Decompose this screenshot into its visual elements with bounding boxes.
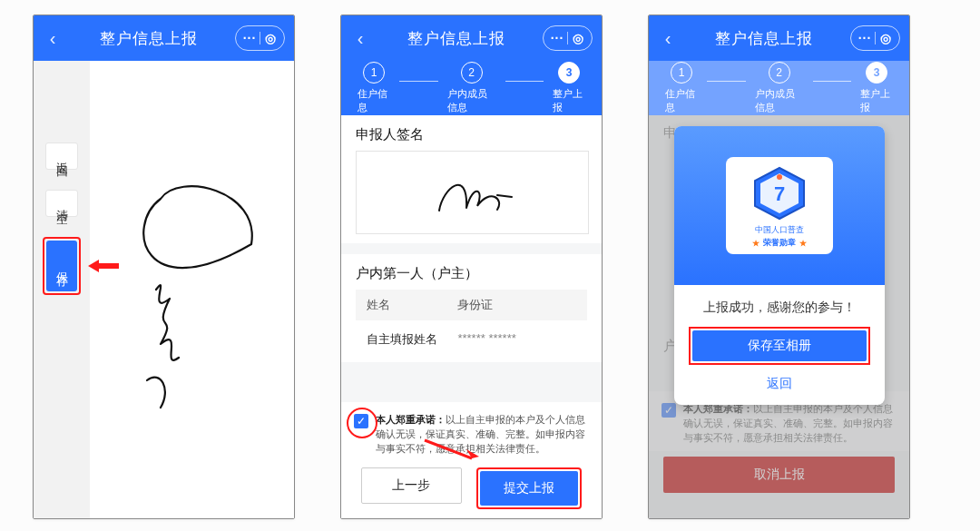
close-target-icon[interactable]: ◎ (568, 28, 588, 48)
more-icon[interactable]: ··· (855, 28, 875, 48)
owner-heading: 户内第一人（户主） (356, 265, 587, 282)
miniprogram-capsule[interactable]: ··· ◎ (850, 25, 900, 51)
miniprogram-capsule[interactable]: ··· ◎ (543, 25, 593, 51)
medal-card: 7 中国人口普查 ★荣誉勋章★ (726, 157, 833, 254)
owner-table-row: 自主填报姓名 ****** ****** (356, 320, 587, 359)
svg-marker-0 (88, 260, 119, 272)
success-message: 上报成功，感谢您的参与！ (674, 285, 885, 327)
owner-id-value: ****** ****** (457, 331, 576, 348)
promise-text: 本人郑重承诺：以上自主申报的本户及个人信息确认无误，保证真实、准确、完整。如申报… (376, 413, 589, 457)
screenshot-3-success-modal: ‹ 整户信息上报 ··· ◎ 1住户信息 2户内成员信息 3整户上报 申 户 ✓… (648, 15, 910, 519)
promise-row: ✓ 本人郑重承诺：以上自主申报的本户及个人信息确认无误，保证真实、准确、完整。如… (341, 402, 602, 462)
navbar: ‹ 整户信息上报 ··· ◎ (34, 15, 294, 61)
return-button[interactable]: 返回 (45, 143, 78, 170)
navbar: ‹ 整户信息上报 ··· ◎ (649, 15, 909, 61)
miniprogram-capsule[interactable]: ··· ◎ (235, 25, 285, 51)
medal-banner: 7 中国人口普查 ★荣誉勋章★ (674, 126, 885, 285)
step-1: 1 住户信息 (348, 62, 399, 114)
column-id: 身份证 (457, 297, 576, 313)
save-to-album-button[interactable]: 保存至相册 (692, 330, 867, 361)
step-indicator: 1住户信息 2户内成员信息 3整户上报 (649, 61, 909, 115)
screenshot-2-review: ‹ 整户信息上报 ··· ◎ 1 住户信息 2 户内成员信息 3 整户上报 申报… (340, 15, 603, 519)
signature-stroke (106, 135, 279, 444)
signature-heading: 申报人签名 (356, 126, 587, 143)
step-2: 2户内成员信息 (746, 62, 813, 114)
signature-section: 申报人签名 (341, 115, 602, 243)
tutorial-highlight: 保存 (43, 237, 81, 295)
page-title: 整户信息上报 (370, 28, 543, 49)
page-title: 整户信息上报 (63, 28, 235, 49)
tutorial-highlight: 保存至相册 (689, 327, 870, 365)
medal-ribbon-label: ★荣誉勋章★ (752, 237, 807, 249)
step-3-active: 3 整户上报 (544, 62, 594, 114)
medal-subtitle: 中国人口普查 (755, 224, 804, 236)
signature-stroke (423, 161, 523, 224)
tutorial-highlight: 提交上报 (476, 467, 583, 509)
svg-text:7: 7 (773, 182, 784, 205)
more-icon[interactable]: ··· (240, 28, 260, 48)
back-icon[interactable]: ‹ (658, 28, 678, 49)
back-icon[interactable]: ‹ (43, 28, 63, 49)
signature-toolbar: 返回 清空 保存 (34, 61, 90, 518)
action-bar: 上一步 提交上报 (341, 462, 602, 518)
step-indicator: 1 住户信息 2 户内成员信息 3 整户上报 (341, 61, 602, 115)
more-icon[interactable]: ··· (547, 28, 567, 48)
svg-point-6 (777, 174, 782, 180)
signature-preview[interactable] (356, 151, 589, 234)
screenshot-1-signature-canvas: ‹ 整户信息上报 ··· ◎ 返回 清空 保存 (33, 15, 295, 519)
step-2: 2 户内成员信息 (438, 62, 505, 114)
owner-name-value: 自主填报姓名 (367, 331, 457, 348)
medal-icon: 7 (748, 164, 811, 222)
signature-canvas[interactable] (90, 61, 294, 518)
navbar: ‹ 整户信息上报 ··· ◎ (341, 15, 602, 61)
back-icon[interactable]: ‹ (350, 28, 370, 49)
page-title: 整户信息上报 (678, 28, 850, 49)
owner-table-header: 姓名 身份证 (356, 290, 587, 320)
clear-button[interactable]: 清空 (45, 190, 78, 217)
close-target-icon[interactable]: ◎ (876, 28, 896, 48)
owner-section: 户内第一人（户主） 姓名 身份证 自主填报姓名 ****** ****** (341, 254, 602, 362)
close-target-icon[interactable]: ◎ (260, 28, 280, 48)
column-name: 姓名 (367, 297, 457, 313)
step-1: 1住户信息 (656, 62, 707, 114)
promise-checkbox[interactable]: ✓ (354, 414, 368, 428)
prev-step-button[interactable]: 上一步 (361, 467, 462, 504)
return-link[interactable]: 返回 (674, 369, 885, 405)
tutorial-arrow-icon (88, 258, 119, 274)
save-button[interactable]: 保存 (46, 241, 77, 291)
submit-button[interactable]: 提交上报 (480, 471, 579, 506)
step-3-active: 3整户上报 (851, 62, 902, 114)
success-modal: 7 中国人口普查 ★荣誉勋章★ 上报成功，感谢您的参与！ 保存至相册 返回 (674, 126, 885, 405)
modal-backdrop[interactable]: 7 中国人口普查 ★荣誉勋章★ 上报成功，感谢您的参与！ 保存至相册 返回 (649, 115, 909, 518)
